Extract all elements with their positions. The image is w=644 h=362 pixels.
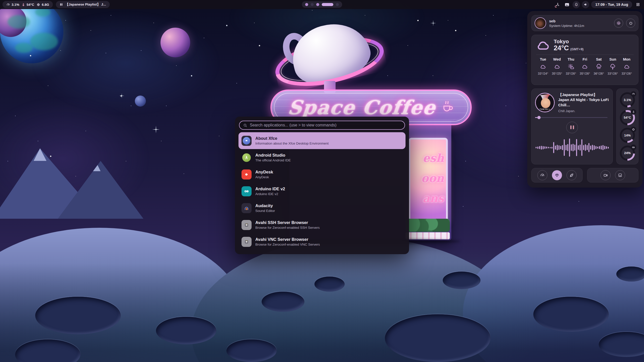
thermometer-icon bbox=[631, 109, 636, 115]
neon-cup-icon bbox=[440, 98, 454, 113]
workspace-dot-1[interactable] bbox=[305, 3, 308, 6]
avahi-ssh-icon bbox=[242, 220, 252, 230]
speedometer-icon bbox=[6, 3, 10, 7]
arduino-icon bbox=[242, 186, 252, 196]
avatar bbox=[535, 17, 546, 29]
workspace-dot-2[interactable] bbox=[311, 3, 314, 6]
avahi-vnc-icon bbox=[242, 237, 252, 247]
workspace-dot-3[interactable] bbox=[316, 3, 319, 6]
forecast-day: Sun 33°/26° bbox=[606, 57, 620, 75]
workspace-dot-4[interactable] bbox=[322, 3, 333, 6]
workspace-dot-5[interactable] bbox=[336, 3, 339, 6]
audio-visualizer bbox=[535, 135, 609, 161]
rain-icon bbox=[595, 63, 602, 70]
gear-icon bbox=[616, 21, 621, 25]
cloud-icon bbox=[536, 40, 550, 50]
seek-bar[interactable] bbox=[535, 116, 609, 119]
settings-button[interactable] bbox=[614, 19, 623, 28]
forecast-day: Thu 33°/26° bbox=[564, 57, 578, 75]
app-item-audacity[interactable]: Audacity Sound Editor bbox=[238, 200, 406, 216]
screenshot-icon bbox=[618, 173, 622, 177]
performance-profile-button[interactable] bbox=[537, 170, 547, 180]
balanced-profile-button[interactable] bbox=[552, 170, 562, 180]
leaf-icon bbox=[569, 173, 574, 177]
pause-icon bbox=[60, 3, 63, 6]
speedometer-icon bbox=[540, 173, 545, 177]
top-status-bar: 3.1% 54°C 6.8G 【Japanese Playlist】 J... bbox=[0, 0, 644, 9]
power-icon bbox=[629, 21, 633, 25]
app-item-avahi-vnc[interactable]: Avahi VNC Server Browser Browse for Zero… bbox=[238, 233, 406, 250]
forecast-day: Fri 35°/26° bbox=[578, 57, 592, 75]
search-icon bbox=[243, 123, 247, 127]
forecast-day: Mon 33°/26° bbox=[620, 57, 634, 75]
forecast-day: Wed 35°/25° bbox=[550, 57, 564, 75]
screenshot-button[interactable] bbox=[615, 170, 625, 180]
planter-box bbox=[406, 232, 450, 239]
memory-stat: 6.8G bbox=[36, 3, 49, 7]
video-camera-icon bbox=[603, 173, 608, 177]
user-card: seb System Uptime: 4h11m bbox=[531, 15, 638, 31]
pink-planet bbox=[160, 28, 190, 57]
album-caption: TOKYO L bbox=[536, 108, 554, 110]
system-gauges: 3.1% 54°C 14% 24% bbox=[616, 88, 638, 164]
forecast-day: Sat 36°/26° bbox=[592, 57, 606, 75]
weather-forecast: Tue 33°/24° Wed 35°/25° Thu 33°/26° Fri … bbox=[536, 57, 634, 75]
thunderstorm-icon bbox=[609, 63, 616, 70]
sign-text: Space Coffee bbox=[287, 96, 437, 119]
window-neon-text: ans bbox=[423, 192, 444, 205]
cpu-usage-stat: 3.1% bbox=[6, 3, 19, 7]
app-results-list: About Xfce Information about the Xfce De… bbox=[238, 132, 406, 250]
app-item-anydesk[interactable]: AnyDesk AnyDesk bbox=[238, 166, 406, 183]
app-launcher: About Xfce Information about the Xfce De… bbox=[235, 117, 409, 254]
app-item-android-studio[interactable]: Android Studio The official Android IDE bbox=[238, 149, 406, 166]
clock[interactable]: 17:09 - Tue, 19 Aug bbox=[591, 1, 632, 8]
launcher-search-bar[interactable] bbox=[239, 121, 405, 130]
search-input[interactable] bbox=[250, 123, 401, 127]
anydesk-icon bbox=[242, 169, 252, 179]
app-item-about-xfce[interactable]: About Xfce Information about the Xfce De… bbox=[238, 132, 406, 149]
chip-icon bbox=[36, 3, 40, 7]
username: seb bbox=[549, 19, 555, 23]
system-uptime: System Uptime: 4h11m bbox=[549, 24, 611, 28]
tray-branch-icon[interactable]: C bbox=[554, 1, 561, 8]
screen-record-button[interactable] bbox=[600, 170, 611, 180]
speedometer-icon bbox=[631, 91, 636, 97]
hedge bbox=[406, 219, 450, 232]
xfce-icon bbox=[242, 136, 252, 146]
app-item-arduino[interactable]: Arduino IDE v2 Arduino IDE v2 bbox=[238, 183, 406, 200]
system-stats-pill[interactable]: 3.1% 54°C 6.8G bbox=[3, 1, 53, 8]
volume-speaker-icon[interactable] bbox=[582, 1, 589, 8]
window-neon-text: esh bbox=[423, 152, 444, 164]
temperature-stat: 54°C bbox=[22, 3, 34, 7]
thermometer-icon bbox=[22, 3, 25, 7]
power-profile-switcher bbox=[531, 168, 583, 183]
power-button[interactable] bbox=[626, 19, 635, 28]
workspace-indicator[interactable] bbox=[302, 1, 342, 8]
now-playing-pill[interactable]: 【Japanese Playlist】 J... bbox=[56, 1, 110, 8]
cpu-gauge: 3.1% bbox=[620, 92, 635, 107]
app-grid-icon[interactable] bbox=[634, 1, 641, 8]
tray-c-badge: C bbox=[555, 5, 557, 8]
weather-widget: Tokyo 24°C(GMT+9) Tue 33°/24° Wed 35°/25… bbox=[531, 35, 638, 85]
tray-wallpaper-icon[interactable] bbox=[563, 1, 571, 8]
weather-city: Tokyo bbox=[554, 38, 584, 44]
cloud-icon bbox=[540, 63, 546, 70]
small-planet bbox=[135, 96, 146, 107]
track-title: 【Japanese Playlist】 Japan All Night - To… bbox=[558, 92, 609, 108]
weather-temp: 24°C bbox=[554, 44, 569, 52]
forecast-day: Tue 33°/24° bbox=[536, 57, 550, 75]
media-player-widget: TOKYO L 【Japanese Playlist】 Japan All Ni… bbox=[531, 88, 613, 164]
album-art: TOKYO L bbox=[535, 93, 555, 112]
weather-timezone: (GMT+9) bbox=[570, 47, 583, 51]
cloud-icon bbox=[581, 63, 588, 70]
memory-gauge: 14% bbox=[620, 128, 635, 143]
audacity-icon bbox=[242, 203, 252, 213]
play-pause-button[interactable] bbox=[566, 122, 578, 133]
power-saver-profile-button[interactable] bbox=[567, 170, 577, 180]
disk-gauge: 24% bbox=[620, 146, 635, 161]
app-item-avahi-ssh[interactable]: Avahi SSH Server Browser Browse for Zero… bbox=[238, 216, 406, 233]
window-neon-text: oon bbox=[421, 172, 444, 185]
cloud-icon bbox=[554, 63, 560, 70]
cloud-icon bbox=[623, 63, 630, 70]
notifications-bell-icon[interactable] bbox=[573, 1, 580, 8]
